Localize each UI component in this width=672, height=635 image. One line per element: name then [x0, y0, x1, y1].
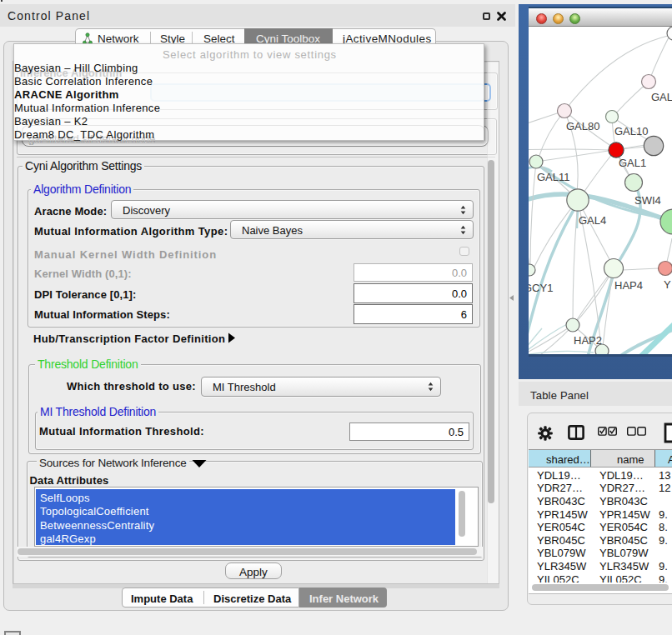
svg-text:GAL11: GAL11: [537, 171, 570, 183]
svg-text:SWI4: SWI4: [634, 194, 661, 207]
svg-text:GAL4: GAL4: [579, 214, 606, 227]
svg-text:GAL10: GAL10: [614, 125, 648, 138]
svg-text:GAL80: GAL80: [566, 120, 599, 132]
svg-text:HAP4: HAP4: [614, 279, 643, 292]
svg-text:HAP2: HAP2: [574, 334, 602, 347]
svg-text:GCY1: GCY1: [529, 282, 553, 294]
svg-text:GAL1: GAL1: [619, 157, 646, 169]
svg-text:Y: Y: [664, 278, 671, 291]
svg-text:GAL2: GAL2: [651, 91, 672, 103]
